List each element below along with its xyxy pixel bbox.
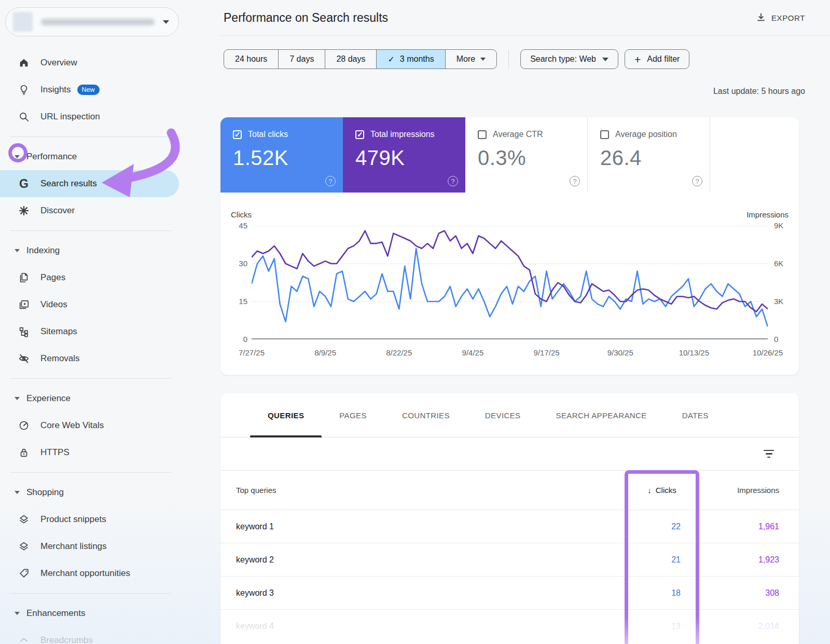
average-ctr-value: 0.3% <box>478 146 577 170</box>
range-28-days[interactable]: 28 days <box>325 50 376 68</box>
sidebar: Overview Insights New URL inspection Per… <box>0 0 220 644</box>
divider <box>10 378 171 379</box>
sidebar-item-https[interactable]: HTTPS <box>0 439 220 466</box>
help-icon[interactable]: ? <box>570 176 580 186</box>
checkbox-unchecked-icon[interactable] <box>600 130 609 139</box>
table-row[interactable]: keyword 1 22 1,961 <box>220 510 799 543</box>
sidebar-item-pages[interactable]: Pages <box>0 264 220 291</box>
help-icon[interactable]: ? <box>692 176 702 186</box>
tab-pages[interactable]: PAGES <box>322 393 384 437</box>
total-clicks-card[interactable]: Total clicks 1.52K ? <box>220 117 343 193</box>
sidebar-item-merchant-opportunities[interactable]: Merchant opportunities <box>0 560 220 587</box>
filter-list-icon[interactable] <box>764 450 774 458</box>
sidebar-item-discover[interactable]: Discover <box>0 197 220 224</box>
sidebar-section-shopping[interactable]: Shopping <box>0 479 220 506</box>
chevron-down-icon <box>480 58 486 61</box>
sidebar-item-removals[interactable]: Removals <box>0 345 220 372</box>
sidebar-item-videos[interactable]: Videos <box>0 291 220 318</box>
breadcrumb-chevron-icon <box>18 634 30 644</box>
card-filler <box>710 117 799 193</box>
impressions-value: 2,014 <box>699 622 799 631</box>
tab-search-appearance[interactable]: SEARCH APPEARANCE <box>538 393 665 437</box>
check-icon: ✓ <box>388 54 394 64</box>
search-type-button[interactable]: Search type: Web <box>520 49 618 69</box>
chart-svg[interactable] <box>252 226 768 339</box>
tab-devices[interactable]: DEVICES <box>467 393 538 437</box>
table-row[interactable]: keyword 2 21 1,923 <box>220 543 799 577</box>
sidebar-item-url-inspection[interactable]: URL inspection <box>0 103 220 130</box>
sidebar-section-performance[interactable]: Performance <box>0 143 220 170</box>
help-icon[interactable]: ? <box>448 176 458 186</box>
y-axis-right-tick: 9K <box>774 222 797 230</box>
y-axis-left-tick: 45 <box>227 222 247 230</box>
clicks-value: 21 <box>625 555 699 565</box>
tag-icon <box>18 567 30 580</box>
export-button[interactable]: EXPORT <box>756 12 805 23</box>
sidebar-section-indexing[interactable]: Indexing <box>0 237 220 264</box>
column-header-impressions[interactable]: Impressions <box>699 486 799 495</box>
dimensions-panel: QUERIES PAGES COUNTRIES DEVICES SEARCH A… <box>220 393 799 644</box>
google-g-icon: G <box>18 177 30 190</box>
checkbox-checked-icon[interactable] <box>355 130 364 139</box>
page-title: Performance on Search results <box>224 11 756 25</box>
table-row[interactable]: keyword 4 13 2,014 <box>220 610 799 643</box>
checkbox-checked-icon[interactable] <box>233 130 242 139</box>
series-impressions[interactable] <box>252 231 768 312</box>
sidebar-item-core-web-vitals[interactable]: Core Web Vitals <box>0 412 220 439</box>
performance-panel: Total clicks 1.52K ? Total impressions 4… <box>220 117 799 375</box>
last-update-text: Last update: 5 hours ago <box>220 87 830 96</box>
range-24-hours[interactable]: 24 hours <box>224 50 278 68</box>
column-header-clicks[interactable]: ↓Clicks <box>625 486 699 495</box>
search-icon <box>18 111 30 123</box>
impressions-value: 1,923 <box>699 555 799 565</box>
sidebar-item-insights[interactable]: Insights New <box>0 76 220 103</box>
download-icon <box>756 12 766 23</box>
column-header-top-queries[interactable]: Top queries <box>220 486 625 495</box>
average-position-card[interactable]: Average position 26.4 ? <box>588 117 710 193</box>
average-ctr-card[interactable]: Average CTR 0.3% ? <box>465 117 588 193</box>
divider <box>508 50 509 68</box>
range-7-days[interactable]: 7 days <box>278 50 325 68</box>
chart-plot-area[interactable] <box>252 226 768 339</box>
performance-line-chart[interactable]: Clicks Impressions 4530150 9K6K3K0 7/27/… <box>220 193 799 375</box>
sitemap-tree-icon <box>18 325 30 338</box>
x-axis-tick: 10/26/25 <box>753 348 783 357</box>
chevron-down-icon <box>15 397 20 400</box>
y-axis-right-tick: 0 <box>774 335 797 344</box>
sidebar-item-product-snippets[interactable]: Product snippets <box>0 506 220 533</box>
table-row[interactable]: keyword 3 18 308 <box>220 577 799 610</box>
discover-asterisk-icon <box>18 204 30 217</box>
tab-countries[interactable]: COUNTRIES <box>384 393 467 437</box>
new-badge: New <box>77 85 100 95</box>
sidebar-item-breadcrumbs[interactable]: Breadcrumbs <box>0 627 220 644</box>
sidebar-section-enhancements[interactable]: Enhancements <box>0 600 220 627</box>
sidebar-item-merchant-listings[interactable]: Merchant listings <box>0 533 220 560</box>
y-axis-left-title: Clicks <box>231 210 252 219</box>
range-3-months-selected[interactable]: ✓ 3 months <box>376 50 445 68</box>
eye-off-icon <box>18 352 30 365</box>
tab-dates[interactable]: DATES <box>665 393 726 437</box>
total-impressions-value: 479K <box>355 146 455 170</box>
sidebar-item-search-results[interactable]: G Search results <box>0 170 179 197</box>
impressions-value: 308 <box>699 588 799 598</box>
dimension-tabs: QUERIES PAGES COUNTRIES DEVICES SEARCH A… <box>220 393 799 437</box>
add-filter-button[interactable]: + Add filter <box>625 49 689 69</box>
chevron-down-icon <box>15 491 20 494</box>
layers-icon <box>18 513 30 526</box>
series-clicks[interactable] <box>252 249 768 327</box>
y-axis-left-tick: 0 <box>227 335 247 344</box>
total-impressions-card[interactable]: Total impressions 479K ? <box>343 117 465 193</box>
total-clicks-value: 1.52K <box>233 146 333 170</box>
help-icon[interactable]: ? <box>325 176 336 186</box>
property-name-redacted <box>41 19 155 25</box>
y-axis-right-tick: 6K <box>774 259 797 268</box>
x-axis-tick: 10/13/25 <box>679 348 709 357</box>
range-more-dropdown[interactable]: More <box>445 50 496 68</box>
chevron-down-icon <box>15 155 20 158</box>
tab-queries[interactable]: QUERIES <box>250 393 322 437</box>
property-selector[interactable] <box>5 7 179 36</box>
sidebar-item-sitemaps[interactable]: Sitemaps <box>0 318 220 345</box>
sidebar-section-experience[interactable]: Experience <box>0 385 220 412</box>
checkbox-unchecked-icon[interactable] <box>478 130 487 139</box>
sidebar-item-overview[interactable]: Overview <box>0 49 220 76</box>
